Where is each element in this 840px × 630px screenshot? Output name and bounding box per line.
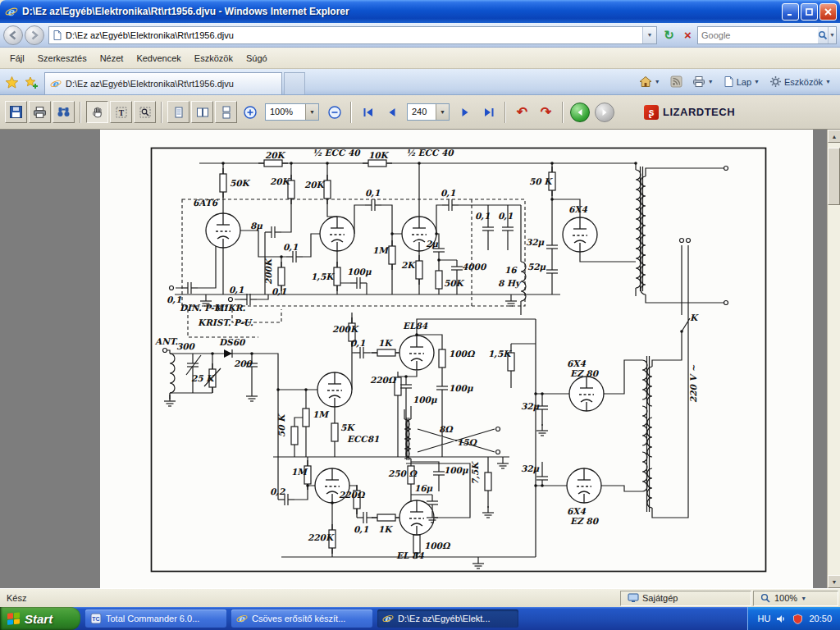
search-input[interactable] [698,30,818,40]
prev-page-button[interactable] [381,101,403,123]
print-button[interactable]: ▼ [688,73,718,90]
printer-icon [692,75,705,88]
search-button[interactable] [818,27,828,43]
pan-tool-button[interactable] [86,101,108,123]
schematic-label: ½ ECC 40 [313,148,361,158]
lizardtech-logo[interactable]: ʂ LIZARDTECH [639,103,740,122]
menu-item-fajl[interactable]: Fájl [3,50,31,66]
schematic-label: EZ 80 [570,368,600,378]
tab-rt1956[interactable]: e D:\Ez az\Egyéb\Elektronika\Rt\rt1956.d… [44,72,282,94]
schematic-label: 200K [332,324,359,334]
zoom-level-combo[interactable]: 100% ▼ [265,103,319,121]
svg-text:e: e [385,613,391,624]
schematic-label: 0,1 [475,211,490,221]
layout-facing-button[interactable] [191,101,213,123]
rotate-left-button[interactable]: ↶ [511,101,533,123]
search-dropdown-button[interactable]: ▼ [828,27,836,43]
zoom-combo-dropdown[interactable]: ▼ [305,104,318,120]
address-input[interactable] [66,28,642,43]
home-button[interactable]: ▼ [635,73,664,90]
close-button[interactable] [819,3,837,21]
first-page-button[interactable] [357,101,379,123]
maximize-button[interactable] [801,3,818,21]
security-tray-icon[interactable] [792,614,803,624]
schematic-label: 0,1 [229,285,244,294]
schematic-label: 0,1 [354,524,368,534]
next-page-icon [459,106,472,119]
schematic-label: 15Ω [457,437,478,447]
scrollbar-thumb[interactable] [828,148,840,205]
nav-forward-button[interactable] [595,103,614,122]
star-icon [5,75,19,89]
home-icon [639,75,652,88]
status-bar: Kész Sajátgép 100% ▼ [0,588,840,607]
language-indicator[interactable]: HU [758,614,771,623]
schematic-label: 10K [368,150,390,160]
new-tab-stub[interactable] [284,72,305,94]
tools-menu-button[interactable]: Eszközök▼ [765,73,835,90]
print-page-button[interactable] [29,101,51,123]
layout-single-button[interactable] [167,101,189,123]
add-favorite-button[interactable] [21,71,41,93]
task-button-label: Csöves erősítő készít... [252,614,345,623]
schematic-label: 200 [234,358,253,368]
task-button-rt1956[interactable]: e D:\Ez az\Egyéb\Elekt... [377,609,518,628]
volume-tray-icon[interactable] [776,614,787,624]
document-icon [52,30,63,41]
address-bar: ▼ ↻ × ▼ [0,23,840,48]
task-button-label: D:\Ez az\Egyéb\Elekt... [398,614,491,623]
address-dropdown-button[interactable]: ▼ [642,27,656,43]
minimize-button[interactable] [782,3,799,21]
menu-item-eszkozok[interactable]: Eszközök [188,50,240,66]
save-button[interactable] [5,101,27,123]
start-label: Start [25,612,52,626]
svg-text:e: e [239,613,245,624]
zoom-out-button[interactable] [323,101,345,123]
stop-button[interactable]: × [678,26,697,44]
text-select-button[interactable]: T [110,101,132,123]
first-page-icon [362,106,375,119]
schematic-label: 300 [176,341,196,351]
total-commander-icon: TC [90,613,102,624]
page-menu-button[interactable]: Lap▼ [719,73,764,90]
forward-button[interactable] [25,25,44,45]
schematic-label: 20K [270,176,291,186]
address-field: ▼ [48,26,657,44]
refresh-button[interactable]: ↻ [660,26,678,44]
status-zoom-dropdown[interactable]: ▼ [801,596,806,601]
next-page-button[interactable] [454,101,476,123]
zoom-in-button[interactable] [239,101,261,123]
rotate-right-button[interactable]: ↷ [535,101,557,123]
back-button[interactable] [3,25,23,45]
nav-back-button[interactable] [570,103,590,122]
favorites-button[interactable] [2,71,21,93]
start-button[interactable]: Start [0,607,80,630]
task-button-csoves[interactable]: e Csöves erősítő készít... [231,609,372,628]
menu-item-kedvencek[interactable]: Kedvencek [130,50,187,66]
last-page-button[interactable] [477,101,500,123]
menu-item-sugo[interactable]: Súgó [240,50,274,66]
page-number-combo[interactable]: 240 ▼ [407,103,450,121]
menu-item-szerkesztes[interactable]: Szerkesztés [31,50,94,66]
task-button-total-commander[interactable]: TC Total Commander 6.0... [85,609,226,628]
feed-button[interactable] [666,73,687,90]
vertical-scrollbar[interactable]: ▲ ▼ [827,130,840,588]
gear-icon [769,75,782,88]
schematic-label: 20K [265,150,286,160]
menu-item-nezet[interactable]: Nézet [94,50,130,66]
layout-scroll-button[interactable] [215,101,237,123]
schematic-label: ANT. [154,336,178,346]
tab-favicon-icon: e [50,78,62,89]
status-zoom[interactable]: 100% ▼ [753,591,838,606]
page-combo-dropdown[interactable]: ▼ [436,104,449,120]
zoom-select-button[interactable] [134,101,156,123]
scroll-up-button[interactable]: ▲ [828,130,840,143]
printer-icon [33,106,47,119]
schematic-label: 4000 [462,262,487,272]
schematic-label: 100Ω [449,349,476,358]
find-button[interactable] [52,101,75,123]
scroll-down-button[interactable]: ▼ [828,575,840,588]
schematic-label: 50K [444,278,465,288]
schematic-label: 32μ [526,237,545,248]
forward-arrow-icon [30,30,39,40]
